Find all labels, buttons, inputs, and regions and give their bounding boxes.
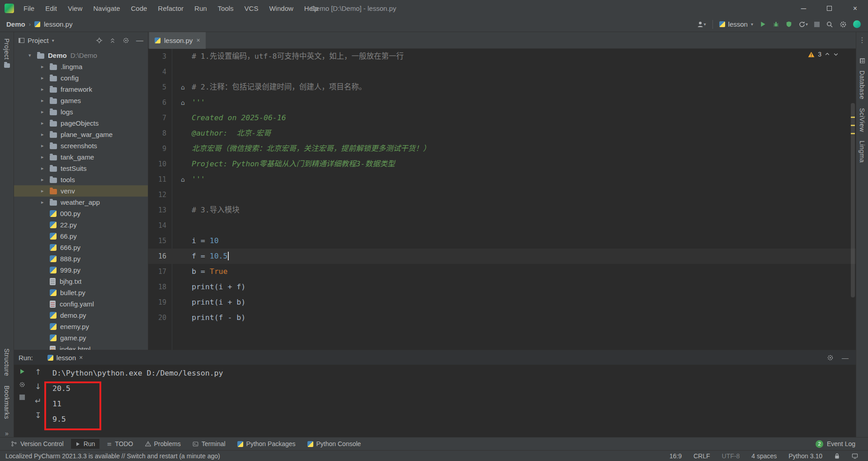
menu-tools[interactable]: Tools	[212, 0, 239, 17]
chevron-collapsed-icon[interactable]: ▸	[41, 98, 50, 103]
tool-button-bookmarks[interactable]: Bookmarks	[0, 386, 14, 419]
minimize-button[interactable]: ─	[791, 0, 816, 17]
status-widget-utf-8[interactable]: UTF-8	[722, 452, 740, 460]
editor-options-icon[interactable]: ⋮	[856, 36, 868, 44]
menu-vcs[interactable]: VCS	[239, 0, 264, 17]
editor-line-14[interactable]: 14	[148, 218, 856, 233]
tree-item-screenshots[interactable]: ▸screenshots	[14, 140, 148, 151]
editor[interactable]: 3# 1.先设置编码，utf-8可支持中英文，如上，一般放在第一行45⌂# 2.…	[148, 49, 856, 350]
editor-line-17[interactable]: 17b = True	[148, 264, 856, 279]
tree-item-22.py[interactable]: 22.py	[14, 219, 148, 230]
editor-line-19[interactable]: 19print(i + b)	[148, 295, 856, 310]
tool-window-button-python-packages[interactable]: Python Packages	[233, 439, 300, 449]
editor-line-4[interactable]: 4	[148, 64, 856, 80]
inspections-widget[interactable]: 3	[808, 51, 839, 58]
stop-process-button[interactable]	[19, 395, 25, 400]
more-tool-windows-button[interactable]: »	[0, 430, 14, 437]
run-console[interactable]: D:\Python\python.exe D:/Demo/lesson.py20…	[52, 366, 851, 437]
chevron-collapsed-icon[interactable]: ▸	[41, 109, 50, 115]
debug-button[interactable]	[773, 21, 779, 28]
scroll-to-end-button[interactable]: ↧	[35, 411, 41, 420]
editor-line-10[interactable]: 10Project: Python零基础从入门到精通详细教程3-数据类型	[148, 156, 856, 172]
editor-line-3[interactable]: 3# 1.先设置编码，utf-8可支持中英文，如上，一般放在第一行	[148, 49, 856, 64]
editor-line-7[interactable]: 7Created on 2025-06-16	[148, 110, 856, 126]
editor-line-18[interactable]: 18print(i + f)	[148, 279, 856, 295]
tree-item-game.py[interactable]: game.py	[14, 332, 148, 343]
tree-item-66.py[interactable]: 66.py	[14, 230, 148, 242]
notifications-widget[interactable]	[852, 453, 858, 459]
run-panel-settings-button[interactable]	[827, 354, 834, 361]
run-tab-lesson[interactable]: lesson ×	[47, 354, 83, 362]
warning-stripe-mark[interactable]	[851, 133, 855, 134]
editor-line-5[interactable]: 5⌂# 2.注释：包括记录创建时间，创建人，项目名称。	[148, 80, 856, 95]
tree-item-framework[interactable]: ▸framework	[14, 84, 148, 95]
collapse-all-button[interactable]	[109, 38, 116, 44]
tree-item-tools[interactable]: ▸tools	[14, 174, 148, 185]
tree-item-bjhg.txt[interactable]: bjhg.txt	[14, 276, 148, 287]
chevron-collapsed-icon[interactable]: ▸	[41, 75, 50, 81]
menu-run[interactable]: Run	[189, 0, 212, 17]
menu-navigate[interactable]: Navigate	[88, 0, 125, 17]
run-configuration-selector[interactable]: lesson ▾	[719, 20, 753, 28]
tool-button-lingma[interactable]: Lingma	[856, 141, 868, 163]
stop-button[interactable]	[814, 22, 820, 27]
rerun-button[interactable]	[19, 368, 25, 375]
menu-window[interactable]: Window	[264, 0, 298, 17]
tree-item-tank_game[interactable]: ▸tank_game	[14, 151, 148, 163]
tree-item-bullet.py[interactable]: bullet.py	[14, 287, 148, 298]
editor-line-20[interactable]: 20print(f - b)	[148, 310, 856, 325]
event-log-button[interactable]: 2Event Log	[816, 440, 862, 448]
editor-line-8[interactable]: 8@author: 北京-宏哥	[148, 126, 856, 141]
tree-item-enemy.py[interactable]: enemy.py	[14, 321, 148, 332]
chevron-collapsed-icon[interactable]: ▸	[41, 177, 50, 183]
chevron-collapsed-icon[interactable]: ▸	[41, 120, 50, 126]
panel-settings-button[interactable]	[123, 37, 129, 44]
user-menu-button[interactable]: ▾	[697, 21, 706, 28]
hide-panel-button[interactable]: —	[136, 37, 143, 45]
menu-code[interactable]: Code	[125, 0, 152, 17]
tool-button-project[interactable]: Project	[0, 38, 14, 68]
tree-item-logs[interactable]: ▸logs	[14, 106, 148, 118]
close-button[interactable]: ×	[842, 0, 868, 17]
status-widget-crlf[interactable]: CRLF	[693, 452, 710, 460]
tool-window-button-run[interactable]: Run	[71, 439, 100, 449]
tool-window-button-problems[interactable]: Problems	[141, 439, 185, 449]
soft-wrap-button[interactable]: ↵	[35, 396, 41, 405]
up-stack-trace-button[interactable]: ↑	[35, 367, 41, 376]
tree-item-888.py[interactable]: 888.py	[14, 253, 148, 264]
editor-scrollbar[interactable]	[851, 103, 855, 297]
close-tab-icon[interactable]: ×	[196, 37, 200, 44]
tree-item-pageObjects[interactable]: ▸pageObjects	[14, 118, 148, 129]
tree-item-testSuits[interactable]: ▸testSuits	[14, 163, 148, 174]
tool-button-database[interactable]: Database	[856, 71, 868, 99]
tool-button-structure[interactable]: Structure	[0, 348, 14, 376]
hide-panel-button[interactable]: —	[842, 354, 849, 362]
chevron-collapsed-icon[interactable]: ▸	[41, 199, 50, 205]
tree-item-.lingma[interactable]: ▸.lingma	[14, 61, 148, 72]
editor-line-16[interactable]: 16f = 10.5	[148, 249, 856, 264]
chevron-collapsed-icon[interactable]: ▸	[41, 188, 50, 194]
status-widget-16-9[interactable]: 16:9	[670, 452, 682, 460]
search-everywhere-button[interactable]	[826, 21, 833, 28]
run-settings-button[interactable]	[19, 381, 25, 388]
tree-item-666.py[interactable]: 666.py	[14, 242, 148, 253]
settings-button[interactable]	[840, 21, 847, 28]
maximize-button[interactable]	[816, 0, 842, 17]
status-notification[interactable]: Localized PyCharm 2021.3.3 is available …	[5, 452, 220, 460]
menu-edit[interactable]: Edit	[40, 0, 62, 17]
project-view-selector[interactable]: Project	[28, 37, 49, 44]
editor-line-12[interactable]: 12	[148, 187, 856, 202]
tool-window-button-version-control[interactable]: Version Control	[6, 439, 68, 449]
editor-line-15[interactable]: 15i = 10	[148, 233, 856, 249]
plugin-avatar-button[interactable]	[853, 20, 861, 28]
tree-item-venv[interactable]: ▸venv	[14, 185, 148, 197]
chevron-collapsed-icon[interactable]: ▸	[41, 86, 50, 92]
next-warning-button[interactable]	[833, 52, 839, 57]
warning-stripe-mark[interactable]	[851, 125, 855, 126]
run-with-coverage-button[interactable]	[786, 21, 792, 28]
tool-window-button-python-console[interactable]: Python Console	[303, 439, 366, 449]
tool-button-sciview[interactable]: SciView	[856, 108, 868, 132]
profiler-button[interactable]: ▾	[798, 21, 808, 28]
tree-item-demo.py[interactable]: demo.py	[14, 310, 148, 321]
breadcrumb-project[interactable]: Demo	[6, 20, 25, 28]
